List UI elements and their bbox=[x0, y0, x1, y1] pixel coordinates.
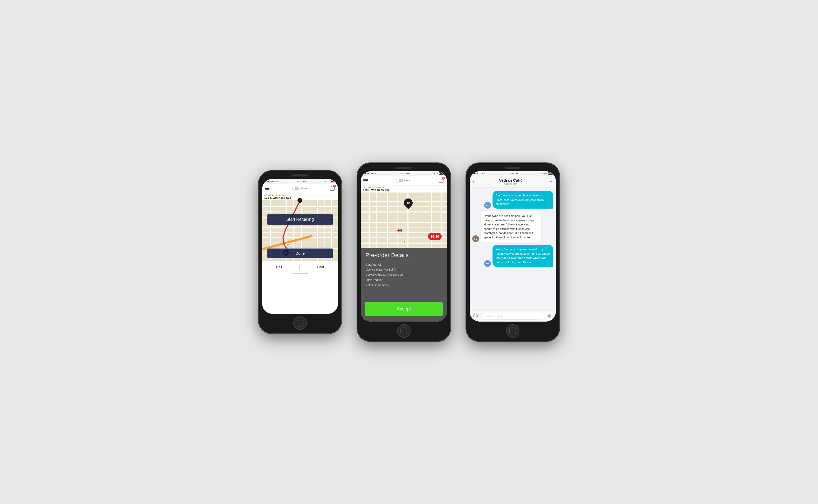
svg-point-9 bbox=[475, 315, 475, 316]
message-row-1: Are there any future plans for Hinto to … bbox=[472, 191, 553, 209]
map-area-2: DELIVERY LOCATION 170 S Van Ness Ave me … bbox=[361, 186, 447, 248]
phone-3: ●●●●○ LTE ▼ 9:41 AM 100% ‹ Vedran Ćatić … bbox=[466, 163, 559, 341]
bar-divider bbox=[299, 265, 300, 270]
phone-1-status-bar: ●●●○○ Bell ▼ 4:13 PM 87% bbox=[262, 179, 338, 184]
green-dot-2 bbox=[403, 240, 406, 243]
message-input[interactable]: Enter message... bbox=[481, 313, 544, 320]
car-info: Car: Audi A6 bbox=[365, 262, 442, 267]
call-button[interactable]: Call bbox=[271, 265, 287, 269]
contact-avatar-1: VC bbox=[472, 235, 479, 242]
phone-2-status-bar: ●●●●○ Bell ▼ 4:13 PM 87% bbox=[361, 171, 447, 176]
accept-button[interactable]: Accept bbox=[365, 302, 443, 316]
more-options-button[interactable]: ··· bbox=[547, 179, 553, 184]
message-bubble-2: Dropdowns are possible now, you just hav… bbox=[481, 211, 541, 242]
delivery-sublabel-2: DELIVERY LOCATION bbox=[363, 187, 445, 188]
message-placeholder: Enter message... bbox=[484, 315, 506, 318]
calendar-icon[interactable]: 4 bbox=[329, 185, 335, 191]
message-row-2: VC Dropdowns are possible now, you just … bbox=[472, 211, 553, 242]
svg-point-8 bbox=[474, 314, 478, 318]
delivery-address-2: 170 S Van Ness Ave bbox=[363, 188, 445, 191]
timer-badge: 16:30 bbox=[428, 233, 442, 240]
chat-contact-info: Vedran Ćatić Online now bbox=[499, 178, 523, 185]
notif-badge: 4 bbox=[333, 185, 336, 187]
phone-1-speaker bbox=[292, 174, 308, 176]
contact-status: Online now bbox=[504, 182, 517, 185]
app-header-2: offline 4 bbox=[361, 176, 447, 186]
status-time-2: 4:13 PM bbox=[401, 172, 410, 175]
phone-2-screen: ●●●●○ Bell ▼ 4:13 PM 87% bbox=[361, 171, 447, 322]
phones-container: ●●●○○ Bell ▼ 4:13 PM 87% bbox=[259, 163, 559, 341]
svg-rect-0 bbox=[330, 187, 334, 190]
status-time-3: 9:41 AM bbox=[510, 172, 518, 175]
svg-point-10 bbox=[476, 315, 477, 316]
battery-pct-2: 87% bbox=[434, 172, 438, 175]
done-button[interactable]: Done bbox=[268, 249, 333, 258]
app-header-1: offline 4 bbox=[262, 184, 338, 193]
emoji-button[interactable] bbox=[472, 313, 479, 320]
car-icon: 🚗 bbox=[397, 226, 403, 232]
message-bubble-1: Are there any future plans for Hinto to … bbox=[492, 191, 553, 209]
carrier-label: ●●●○○ Bell ▼ bbox=[265, 180, 278, 182]
phone-2-home-button[interactable] bbox=[397, 324, 411, 338]
battery-icon bbox=[330, 180, 335, 182]
plate-info: License plate: Ma 111 X bbox=[365, 267, 442, 272]
phone-3-screen: ●●●●○ LTE ▼ 9:41 AM 100% ‹ Vedran Ćatić … bbox=[470, 171, 556, 322]
notes-info: Notes: some notes bbox=[365, 283, 442, 288]
outgoing-avatar-1: Me bbox=[484, 202, 491, 209]
start-refueling-button[interactable]: Start Refueling bbox=[268, 214, 333, 225]
carrier-label-3: ●●●●○ LTE ▼ bbox=[473, 172, 486, 175]
battery-icon-2 bbox=[439, 172, 444, 175]
chat-header: ‹ Vedran Ćatić Online now ··· bbox=[470, 176, 556, 188]
message-row-3: Yeah, I've done dropdown myself... I jus… bbox=[472, 245, 553, 267]
bottom-action-bar: Call Chat bbox=[262, 261, 338, 272]
bottom-nav-indicator bbox=[262, 272, 338, 275]
phone-1-home-button[interactable] bbox=[293, 316, 307, 330]
carrier-label-2: ●●●●○ Bell ▼ bbox=[364, 172, 377, 175]
attachment-button[interactable] bbox=[546, 313, 553, 320]
hamburger-menu[interactable] bbox=[265, 187, 270, 190]
outgoing-avatar-2: Me bbox=[484, 260, 491, 267]
address-info: Delivery Adress: Pushkin's str. bbox=[365, 272, 442, 278]
offline-toggle[interactable]: offline bbox=[292, 187, 307, 190]
phone-2-speaker bbox=[396, 167, 412, 169]
chat-messages-list: Are there any future plans for Hinto to … bbox=[470, 188, 556, 310]
delivery-label-2: DELIVERY LOCATION 170 S Van Ness Ave bbox=[361, 186, 447, 193]
phone-3-speaker bbox=[505, 167, 520, 169]
phone-1-screen: ●●●○○ Bell ▼ 4:13 PM 87% bbox=[262, 179, 338, 314]
message-bubble-3: Yeah, I've done dropdown myself... I jus… bbox=[492, 245, 553, 267]
chat-input-bar: Enter message... bbox=[470, 310, 556, 322]
phone-3-home-button[interactable] bbox=[506, 324, 519, 338]
offline-label: offline bbox=[301, 187, 307, 190]
calendar-icon-2[interactable]: 4 bbox=[438, 178, 444, 184]
phone-3-status-bar: ●●●●○ LTE ▼ 9:41 AM 100% bbox=[470, 171, 556, 176]
preorder-info: Car: Audi A6 License plate: Ma 111 X Del… bbox=[365, 262, 442, 288]
chat-button[interactable]: Chat bbox=[312, 265, 329, 269]
offline-toggle-2[interactable]: offline bbox=[396, 179, 411, 182]
phone-1: ●●●○○ Bell ▼ 4:13 PM 87% bbox=[259, 171, 342, 333]
battery-pct: 87% bbox=[325, 180, 329, 182]
me-pin: me bbox=[404, 198, 413, 207]
contact-name: Vedran Ćatić bbox=[499, 178, 523, 182]
fuel-info: Fuel: Regular bbox=[365, 278, 442, 283]
offline-label-2: offline bbox=[404, 179, 411, 182]
status-time: 4:13 PM bbox=[298, 180, 306, 183]
current-location-dot bbox=[287, 243, 290, 246]
preorder-panel: Pre-order Details Car: Audi A6 License p… bbox=[361, 248, 447, 299]
battery-icon-3 bbox=[548, 172, 553, 175]
phone-2: ●●●●○ Bell ▼ 4:13 PM 87% bbox=[357, 163, 450, 341]
delivery-sublabel-1: DELIVERY LOCATION bbox=[264, 194, 336, 196]
destination-pin bbox=[298, 198, 302, 203]
map-area-1: DELIVERY LOCATION 170 S Van Ness Ave San… bbox=[262, 193, 338, 261]
notif-badge-2: 4 bbox=[442, 177, 445, 180]
back-button[interactable]: ‹ bbox=[473, 179, 474, 184]
preorder-title: Pre-order Details bbox=[365, 252, 442, 259]
battery-pct-3: 100% bbox=[542, 172, 547, 175]
hamburger-menu-2[interactable] bbox=[363, 179, 368, 182]
svg-rect-4 bbox=[439, 179, 443, 183]
